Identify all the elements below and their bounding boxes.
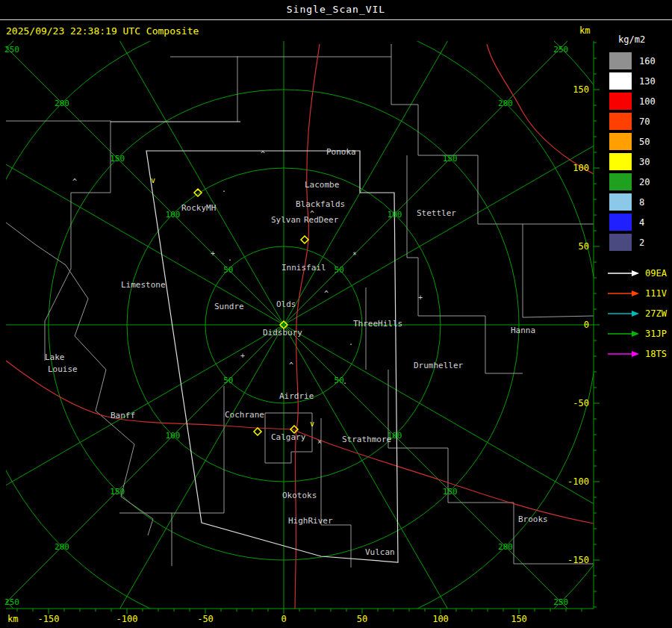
- svg-text:150: 150: [443, 154, 458, 164]
- legend-entry: 2: [606, 232, 672, 252]
- svg-text:250: 250: [553, 45, 568, 55]
- svg-text:100: 100: [166, 210, 181, 220]
- legend-swatch: [609, 193, 632, 211]
- window-title-text: Single_Scan_VIL: [287, 4, 385, 15]
- bottom-axis: -150-100-50050100150km: [6, 609, 594, 624]
- legend-value: 20: [639, 177, 650, 187]
- color-scale-legend: kg/m2 16013010070503020842 09EA111V27ZW3…: [606, 30, 672, 364]
- svg-text:150: 150: [573, 84, 589, 95]
- legend-swatch: [609, 234, 632, 251]
- radar-site-diamond-icon: [254, 428, 261, 435]
- legend-entry: 100: [606, 91, 672, 111]
- svg-text:-50: -50: [197, 614, 214, 624]
- svg-text:150: 150: [443, 487, 458, 497]
- radar-id-entry: 31JP: [606, 323, 672, 343]
- svg-text:RockyMH: RockyMH: [181, 203, 216, 213]
- svg-text:-150: -150: [567, 555, 589, 565]
- svg-text:Brooks: Brooks: [518, 514, 548, 524]
- radar-id-label: 31JP: [645, 329, 667, 339]
- svg-text:Drumheller: Drumheller: [414, 361, 464, 370]
- svg-text:50: 50: [223, 265, 233, 275]
- legend-swatch: [609, 214, 632, 231]
- legend-value: 160: [639, 56, 656, 66]
- radar-arrow-icon: [606, 309, 641, 318]
- svg-text:+: +: [418, 293, 423, 302]
- svg-text:50: 50: [579, 241, 589, 252]
- radar-arrow-icon: [606, 329, 641, 338]
- legend-entry: 50: [606, 131, 672, 152]
- legend-entry: 4: [606, 212, 672, 232]
- svg-text:Banff: Banff: [111, 411, 135, 420]
- svg-text:100: 100: [388, 210, 402, 220]
- svg-text:250: 250: [553, 597, 568, 607]
- svg-text:·: ·: [222, 187, 226, 196]
- svg-text:Strathmore: Strathmore: [342, 435, 391, 444]
- right-axis-unit: km: [579, 25, 590, 36]
- svg-text:Lacombe: Lacombe: [305, 180, 339, 190]
- svg-text:Olds: Olds: [276, 299, 296, 309]
- radar-arrow-icon: [606, 269, 641, 278]
- svg-text:-50: -50: [573, 398, 589, 408]
- radar-arrow-icon: [606, 349, 641, 358]
- svg-text:Innisfail: Innisfail: [281, 263, 326, 273]
- legend-entry: 70: [606, 111, 672, 131]
- svg-text:HighRiver: HighRiver: [288, 516, 333, 526]
- svg-text:Okotoks: Okotoks: [282, 491, 317, 500]
- legend-value: 30: [639, 157, 650, 167]
- svg-text:+: +: [211, 249, 215, 258]
- svg-text:Limestone: Limestone: [121, 280, 166, 290]
- legend-value: 2: [639, 237, 644, 248]
- radar-site-diamond-icon: [301, 236, 308, 243]
- map-marks: ^·^+·*^+^+^··vv×: [72, 150, 423, 446]
- legend-value: 70: [639, 116, 650, 127]
- radar-map[interactable]: 5050505010010010010015015015015020020020…: [0, 41, 605, 628]
- svg-text:100: 100: [166, 431, 181, 441]
- svg-text:-100: -100: [116, 614, 138, 624]
- svg-text:Louise: Louise: [48, 364, 78, 374]
- svg-text:100: 100: [573, 163, 589, 173]
- legend-swatch: [609, 173, 632, 190]
- svg-text:·: ·: [343, 379, 347, 388]
- svg-text:^: ^: [261, 150, 265, 158]
- radar-id-entry: 111V: [606, 283, 672, 303]
- svg-text:200: 200: [498, 542, 513, 552]
- svg-text:+: +: [240, 352, 245, 360]
- legend-entry: 8: [606, 192, 672, 212]
- legend-unit: kg/m2: [618, 34, 672, 45]
- legend-value: 50: [639, 137, 650, 147]
- svg-text:Airdrie: Airdrie: [279, 391, 314, 401]
- svg-text:150: 150: [110, 154, 125, 164]
- svg-text:v: v: [151, 176, 155, 184]
- radar-arrow-icon: [606, 289, 641, 298]
- legend-entry: 20: [606, 172, 672, 192]
- svg-text:ThreeHills: ThreeHills: [353, 319, 402, 329]
- svg-text:Didsbury: Didsbury: [263, 328, 302, 338]
- svg-text:·: ·: [349, 341, 353, 349]
- svg-text:50: 50: [335, 265, 344, 275]
- svg-text:0: 0: [584, 320, 589, 330]
- legend-value: 100: [639, 96, 656, 107]
- county-boundaries: [6, 44, 594, 568]
- svg-text:-100: -100: [567, 476, 589, 487]
- svg-text:Calgary: Calgary: [271, 432, 306, 442]
- svg-text:^: ^: [324, 290, 329, 298]
- svg-text:^: ^: [72, 178, 77, 186]
- svg-text:50: 50: [357, 614, 367, 624]
- radar-id-entry: 27ZW: [606, 303, 672, 323]
- legend-entry: 160: [606, 51, 672, 71]
- svg-text:Cochrane: Cochrane: [225, 410, 264, 420]
- svg-text:^: ^: [289, 361, 293, 370]
- radar-id-label: 27ZW: [645, 308, 667, 319]
- svg-text:Blackfalds: Blackfalds: [296, 199, 345, 209]
- svg-text:v: v: [310, 420, 314, 428]
- legend-swatch: [609, 52, 632, 69]
- radar-id-label: 111V: [645, 288, 667, 299]
- svg-text:Vulcan: Vulcan: [365, 547, 395, 557]
- legend-value: 130: [639, 76, 656, 87]
- radar-id-entry: 09EA: [606, 263, 672, 283]
- legend-value: 4: [639, 217, 644, 228]
- svg-text:50: 50: [223, 376, 233, 385]
- svg-text:Lake: Lake: [45, 352, 65, 362]
- legend-swatch: [609, 133, 632, 150]
- radar-id-label: 09EA: [645, 268, 667, 279]
